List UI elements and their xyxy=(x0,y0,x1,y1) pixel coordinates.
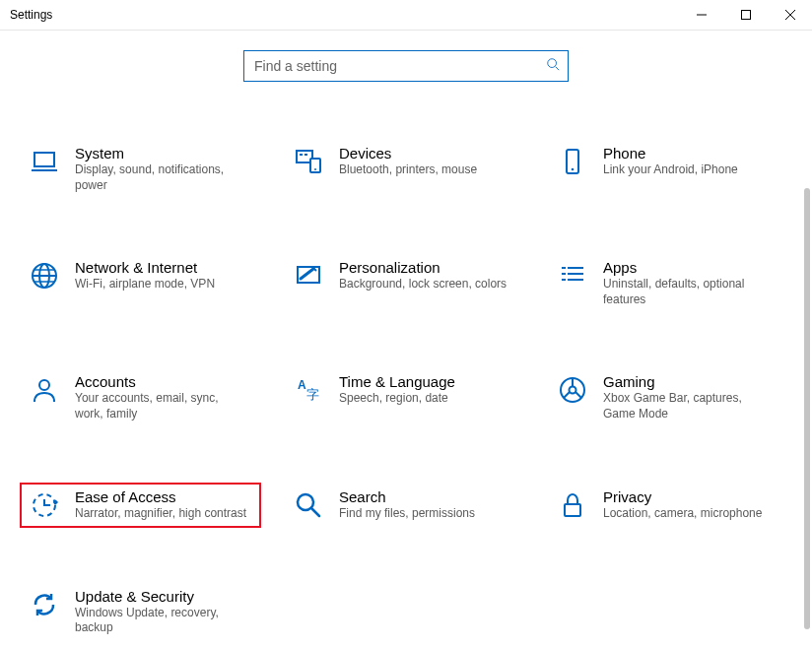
tile-devices[interactable]: DevicesBluetooth, printers, mouse xyxy=(284,139,525,199)
content-area: SystemDisplay, sound, notifications, pow… xyxy=(0,31,812,648)
tile-text: SystemDisplay, sound, notifications, pow… xyxy=(75,145,247,193)
svg-line-5 xyxy=(556,67,560,71)
tile-text: GamingXbox Game Bar, captures, Game Mode xyxy=(603,373,776,421)
apps-icon xyxy=(556,259,589,292)
globe-icon xyxy=(28,259,61,292)
gaming-icon xyxy=(556,373,589,407)
tile-text: Network & InternetWi-Fi, airplane mode, … xyxy=(75,259,215,292)
tile-description: Display, sound, notifications, power xyxy=(75,162,247,193)
search-input[interactable] xyxy=(252,57,546,75)
tile-ease[interactable]: Ease of AccessNarrator, magnifier, high … xyxy=(20,483,261,528)
tile-label: System xyxy=(75,145,247,162)
update-icon xyxy=(28,588,61,621)
tile-description: Background, lock screen, colors xyxy=(339,277,507,292)
tile-text: PersonalizationBackground, lock screen, … xyxy=(339,259,507,292)
tile-system[interactable]: SystemDisplay, sound, notifications, pow… xyxy=(20,139,261,199)
scrollbar[interactable] xyxy=(804,188,810,629)
search-bar[interactable] xyxy=(243,50,569,82)
devices-icon xyxy=(292,145,325,178)
tile-description: Windows Update, recovery, backup xyxy=(75,606,247,636)
phone-icon xyxy=(556,145,589,178)
tile-text: AccountsYour accounts, email, sync, work… xyxy=(75,373,247,421)
tile-text: AppsUninstall, defaults, optional featur… xyxy=(603,259,776,307)
tile-phone[interactable]: PhoneLink your Android, iPhone xyxy=(548,139,789,199)
tile-text: PhoneLink your Android, iPhone xyxy=(603,145,738,178)
tile-text: SearchFind my files, permissions xyxy=(339,488,475,522)
close-button[interactable] xyxy=(768,0,812,30)
tile-label: Phone xyxy=(603,145,738,162)
tile-description: Uninstall, defaults, optional features xyxy=(603,277,776,307)
titlebar: Settings xyxy=(0,0,812,31)
window-controls xyxy=(679,0,812,30)
tile-text: Update & SecurityWindows Update, recover… xyxy=(75,588,247,636)
settings-grid: SystemDisplay, sound, notifications, pow… xyxy=(20,139,802,642)
tile-text: PrivacyLocation, camera, microphone xyxy=(603,488,762,522)
tile-description: Speech, region, date xyxy=(339,391,455,407)
tile-label: Ease of Access xyxy=(75,488,246,505)
minimize-button[interactable] xyxy=(679,0,723,30)
tile-label: Search xyxy=(339,488,475,505)
svg-point-4 xyxy=(548,59,557,68)
ease-of-access-icon xyxy=(28,488,61,522)
tile-privacy[interactable]: PrivacyLocation, camera, microphone xyxy=(548,483,789,528)
laptop-icon xyxy=(28,145,61,178)
window-title: Settings xyxy=(10,8,52,22)
search-icon xyxy=(546,57,560,75)
tile-description: Find my files, permissions xyxy=(339,506,475,522)
tile-gaming[interactable]: GamingXbox Game Bar, captures, Game Mode xyxy=(548,367,789,427)
tile-label: Privacy xyxy=(603,488,762,505)
tile-label: Update & Security xyxy=(75,588,247,605)
maximize-button[interactable] xyxy=(723,0,768,30)
tile-description: Link your Android, iPhone xyxy=(603,162,738,178)
tile-description: Location, camera, microphone xyxy=(603,506,762,522)
time-language-icon xyxy=(292,373,325,407)
lock-icon xyxy=(556,488,589,522)
tile-apps[interactable]: AppsUninstall, defaults, optional featur… xyxy=(548,253,789,313)
person-icon xyxy=(28,373,61,407)
tile-network[interactable]: Network & InternetWi-Fi, airplane mode, … xyxy=(20,253,261,313)
tile-update[interactable]: Update & SecurityWindows Update, recover… xyxy=(20,582,261,642)
tile-label: Apps xyxy=(603,259,776,276)
search-icon xyxy=(292,488,325,522)
tile-label: Personalization xyxy=(339,259,507,276)
tile-text: DevicesBluetooth, printers, mouse xyxy=(339,145,477,178)
tile-time[interactable]: Time & LanguageSpeech, region, date xyxy=(284,367,525,427)
personalization-icon xyxy=(292,259,325,292)
tile-text: Time & LanguageSpeech, region, date xyxy=(339,373,455,407)
tile-description: Xbox Game Bar, captures, Game Mode xyxy=(603,391,776,421)
tile-description: Wi-Fi, airplane mode, VPN xyxy=(75,277,215,292)
svg-rect-1 xyxy=(741,11,750,20)
tile-description: Bluetooth, printers, mouse xyxy=(339,162,477,178)
tile-label: Devices xyxy=(339,145,477,162)
tile-text: Ease of AccessNarrator, magnifier, high … xyxy=(75,488,246,522)
tile-description: Narrator, magnifier, high contrast xyxy=(75,506,246,522)
tile-label: Time & Language xyxy=(339,373,455,390)
tile-personalization[interactable]: PersonalizationBackground, lock screen, … xyxy=(284,253,525,313)
tile-label: Gaming xyxy=(603,373,776,390)
tile-label: Accounts xyxy=(75,373,247,390)
tile-search[interactable]: SearchFind my files, permissions xyxy=(284,483,525,528)
tile-description: Your accounts, email, sync, work, family xyxy=(75,391,247,421)
tile-label: Network & Internet xyxy=(75,259,215,276)
tile-accounts[interactable]: AccountsYour accounts, email, sync, work… xyxy=(20,367,261,427)
